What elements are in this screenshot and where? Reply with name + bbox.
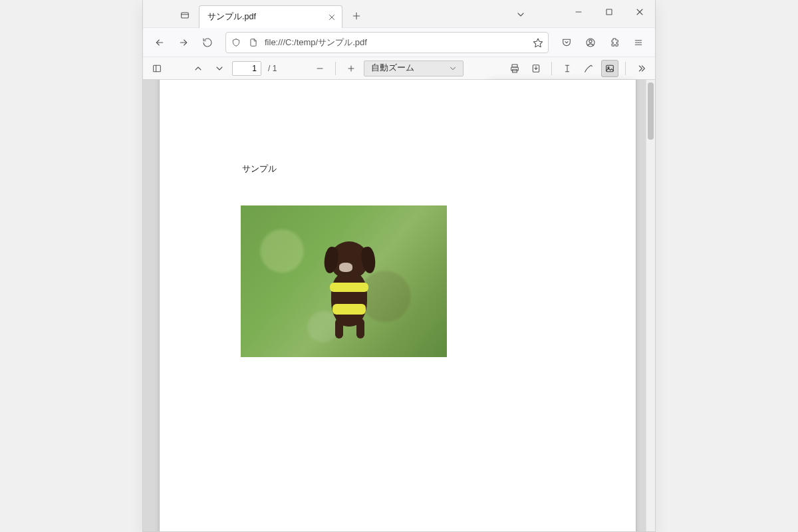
page-up-button[interactable] — [190, 60, 207, 77]
scrollbar-track[interactable] — [646, 80, 655, 531]
browser-window: サンプル.pdf — [142, 0, 656, 532]
window-close-button[interactable] — [624, 0, 655, 24]
pocket-button[interactable] — [557, 33, 577, 53]
document-image — [241, 205, 447, 357]
nav-reload-button[interactable] — [198, 33, 217, 53]
chevron-down-icon — [448, 64, 458, 73]
svg-point-13 — [589, 39, 592, 42]
window-minimize-button[interactable] — [563, 0, 594, 24]
draw-annotation-button[interactable] — [580, 60, 597, 77]
navbar: file:///C:/temp/サンプル.pdf — [143, 28, 655, 57]
window-controls — [563, 0, 655, 28]
download-button[interactable] — [527, 60, 545, 77]
page-down-button[interactable] — [211, 60, 228, 77]
svg-marker-12 — [533, 39, 542, 47]
window-maximize-button[interactable] — [594, 0, 624, 24]
url-bar[interactable]: file:///C:/temp/サンプル.pdf — [225, 32, 549, 53]
more-tools-button[interactable] — [632, 60, 650, 77]
titlebar: サンプル.pdf — [143, 0, 655, 28]
scrollbar-thumb[interactable] — [648, 82, 654, 140]
extensions-button[interactable] — [604, 33, 624, 53]
separator — [551, 62, 552, 75]
svg-point-32 — [608, 66, 609, 68]
pdf-toolbar: / 1 自動ズーム — [143, 57, 655, 80]
svg-rect-23 — [512, 65, 517, 67]
text-annotation-button[interactable] — [559, 60, 576, 77]
zoom-select[interactable]: 自動ズーム — [364, 61, 464, 76]
svg-rect-18 — [154, 65, 161, 71]
image-annotation-button[interactable] — [601, 60, 618, 77]
zoom-select-label: 自動ズーム — [371, 63, 414, 74]
new-tab-button[interactable] — [346, 6, 366, 26]
svg-rect-7 — [606, 9, 612, 15]
svg-rect-0 — [182, 13, 189, 18]
page-total-label: / 1 — [268, 64, 277, 73]
recent-tabs-button[interactable] — [178, 8, 192, 23]
nav-forward-button[interactable] — [174, 33, 194, 53]
zoom-in-button[interactable] — [342, 60, 360, 77]
app-menu-button[interactable] — [628, 33, 648, 53]
file-icon — [247, 37, 259, 49]
page-number-input[interactable] — [232, 61, 261, 76]
print-button[interactable] — [506, 60, 523, 77]
nav-back-button[interactable] — [150, 33, 170, 53]
tracking-shield-icon[interactable] — [230, 37, 242, 49]
url-text: file:///C:/temp/サンプル.pdf — [265, 37, 527, 49]
bookmark-star-icon[interactable] — [532, 37, 544, 49]
account-button[interactable] — [581, 33, 600, 53]
dog-illustration — [326, 240, 374, 338]
browser-tab[interactable]: サンプル.pdf — [199, 5, 342, 28]
tabs-dropdown-button[interactable] — [513, 7, 529, 23]
sidebar-toggle-button[interactable] — [148, 60, 166, 77]
separator — [625, 62, 626, 75]
pdf-page: サンプル — [159, 80, 636, 531]
tab-close-button[interactable] — [326, 11, 338, 23]
tab-title: サンプル.pdf — [207, 11, 321, 23]
zoom-out-button[interactable] — [311, 60, 329, 77]
document-heading: サンプル — [242, 163, 277, 175]
svg-rect-31 — [606, 65, 614, 71]
pdf-viewport[interactable]: サンプル — [143, 80, 655, 531]
separator — [335, 62, 336, 75]
